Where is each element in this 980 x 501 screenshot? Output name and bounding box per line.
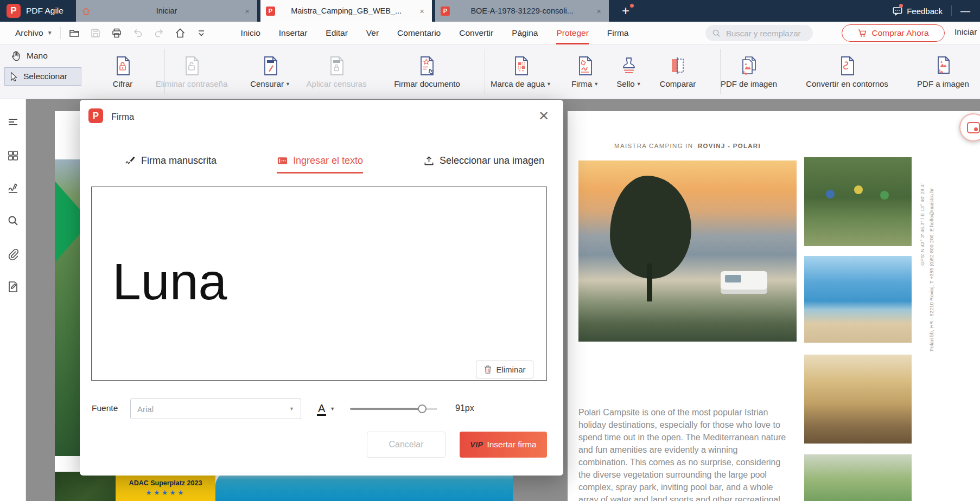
left-sidebar [0,99,26,501]
beach-photo [804,256,912,343]
close-icon[interactable]: ✕ [536,107,551,125]
hand-tool[interactable]: Mano [10,50,48,62]
cart-icon [857,28,867,38]
doc-unlock-icon [182,49,201,77]
page-bottom-strip: ADAC Superplatz 2023 ★★★★★ [55,472,513,501]
hand-icon [10,50,22,62]
search-input[interactable] [725,28,806,38]
buy-now-button[interactable]: Comprar Ahora [842,24,945,42]
vertical-gps-text: GPS: N 43° 3' 46.3" / E 13° 40' 29.4" [920,157,927,266]
pdf-agile-window: P PDF Agile Iniciar × P Maistra_Camping_… [0,0,980,501]
pdf-from-image-icon [738,49,760,77]
star-rating: ★★★★★ [145,489,185,497]
compare-icon [667,49,689,77]
undo-icon[interactable] [132,27,144,39]
tool-convertir-contornos[interactable]: Convertir en contornos [798,49,896,88]
page-heading: MAISTRA CAMPING IN ROVINJ - POLARI [578,143,797,149]
dialog-title: Firma [111,112,134,122]
bikers-photo [804,157,912,246]
close-tab-icon[interactable]: × [417,7,427,16]
tab-firma-manuscrita[interactable]: Firma manuscrita [125,155,217,172]
archivo-menu[interactable]: Archivo ▼ [15,28,53,38]
thumbnails-icon[interactable] [7,149,20,162]
feedback-button[interactable]: Feedback [892,5,943,16]
search-icon [712,29,721,37]
body-paragraph: Polari Campsite is one of the most popul… [578,406,787,501]
tool-ribbon: Mano Seleccionar Cifrar Eliminar contras… [0,44,980,99]
foliage-photo [55,472,116,501]
signature-panel-icon[interactable] [7,182,20,195]
menu-ver[interactable]: Ver [366,22,379,44]
title-bar: P PDF Agile Iniciar × P Maistra_Camping_… [0,0,980,22]
vip-badge: VIP [470,440,483,449]
app-name: PDF Agile [26,6,76,16]
tab-boe-document[interactable]: P BOE-A-1978-31229-consoli... × [435,0,609,22]
save-icon[interactable] [90,27,101,39]
tab-ingresar-el-texto[interactable]: Ingresar el texto [277,155,363,174]
doc-watermark-icon [511,49,531,77]
tool-pdf-a-imagen[interactable]: PDF a imagen [894,49,980,88]
close-tab-icon[interactable]: × [243,7,252,16]
cursor-icon [9,72,19,81]
tab-seleccionar-imagen[interactable]: Seleccionar una imagen [423,155,544,172]
trash-icon [483,365,492,374]
menu-inicio[interactable]: Inicio [241,22,260,44]
close-tab-icon[interactable]: × [594,7,603,16]
doc-redact-lock-icon [327,49,346,77]
size-slider[interactable] [350,408,437,410]
menu-pagina[interactable]: Página [512,22,538,44]
tool-pdf-de-imagen[interactable]: PDF de imagen [700,49,798,88]
tab-iniciar[interactable]: Iniciar × [76,0,257,22]
tool-firmar-documento[interactable]: Firmar documento [378,49,476,88]
menu-insertar[interactable]: Insertar [279,22,308,44]
slider-handle[interactable] [418,404,427,413]
redo-icon[interactable] [153,27,165,39]
pdf-file-icon: P [266,7,275,16]
text-input-icon [277,155,288,166]
extract-page-icon[interactable] [7,280,20,293]
tab-maistra-camping[interactable]: P Maistra_Camping_GB_WEB_... × [260,0,432,22]
delete-button[interactable]: Eliminar [476,361,533,378]
new-tab-button[interactable]: + [619,1,633,21]
vertical-contact-text: Polari bb, HR - 52210 Rovinj, T +385 (0)… [929,111,937,351]
search-box[interactable] [705,25,813,41]
minimize-button[interactable]: — [960,5,970,17]
dropdown-caret-icon: ▼ [289,406,294,412]
toolbar-collapse-icon[interactable] [195,27,207,39]
pool-bar-photo [804,355,912,444]
font-color-icon: A [317,402,326,416]
tool-aplicar-censuras[interactable]: Aplicar censuras [288,49,385,88]
dropdown-caret-icon: ▼ [330,406,335,412]
home-icon[interactable] [174,27,186,39]
sign-in-link[interactable]: Iniciar [954,27,977,37]
menu-editar[interactable]: Editar [326,22,348,44]
print-icon[interactable] [111,27,123,39]
select-tool[interactable]: Seleccionar [4,67,81,86]
chevron-down-icon: ▼ [47,30,53,36]
insert-signature-button[interactable]: VIP Insertar firma [460,432,547,458]
pdf-page-right: MAISTRA CAMPING IN ROVINJ - POLARI Polar… [568,111,980,501]
doc-sign-icon [417,49,437,77]
divider [951,5,952,16]
menu-bar: Archivo ▼ Inicio Insertar Editar Ver Com… [0,22,980,44]
pdf-to-image-icon [933,49,953,77]
menu-proteger[interactable]: Proteger [556,22,588,44]
cancel-button[interactable]: Cancelar [367,432,446,458]
search-panel-icon[interactable] [7,214,20,227]
open-folder-icon[interactable] [68,27,80,39]
app-logo-icon: P [88,108,103,123]
font-color-picker[interactable]: A ▼ [317,399,335,419]
panel-menu-icon[interactable] [7,115,20,129]
pool-photo [215,472,513,501]
divider [60,27,61,39]
menu-comentario[interactable]: Comentario [397,22,441,44]
notification-dot [630,4,634,8]
menu-firma[interactable]: Firma [607,22,629,44]
doc-outline-icon [837,49,857,77]
app-logo-icon: P [7,4,21,18]
capture-icon [967,122,980,133]
upload-icon [423,155,435,166]
font-select[interactable]: Arial ▼ [130,399,301,419]
attachment-icon[interactable] [7,248,20,261]
menu-convertir[interactable]: Convertir [459,22,493,44]
